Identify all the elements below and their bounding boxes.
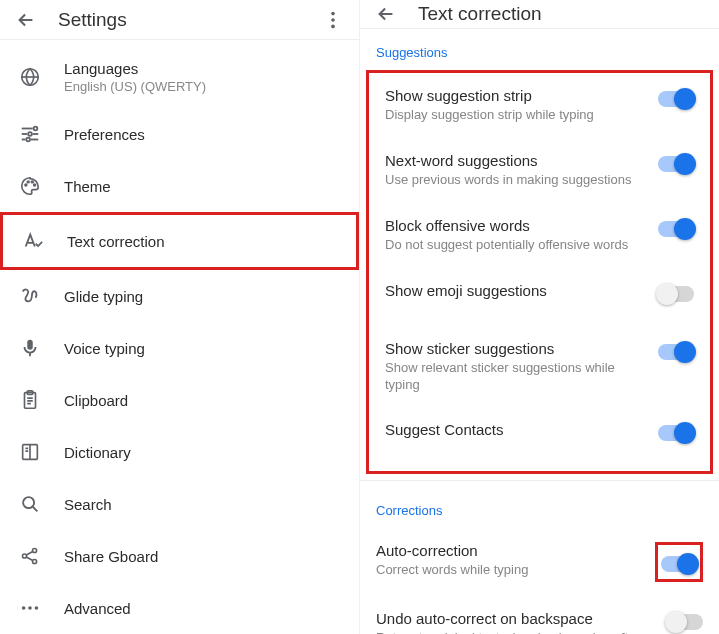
setting-subtitle: Correct words while typing <box>376 562 643 579</box>
toggle-highlight-box <box>655 542 703 582</box>
menu-item-label: Search <box>64 496 112 513</box>
menu-item-clipboard[interactable]: Clipboard <box>0 374 359 426</box>
search-icon <box>18 492 42 516</box>
toggle-switch[interactable] <box>661 556 697 572</box>
menu-item-label: Preferences <box>64 126 145 143</box>
menu-item-label: Share Gboard <box>64 548 158 565</box>
menu-item-label: Text correction <box>67 233 165 250</box>
setting-subtitle: Return to original text when backspacing… <box>376 630 655 634</box>
section-heading-corrections: Corrections <box>360 487 719 528</box>
setting-row-show-suggestion-strip[interactable]: Show suggestion stripDisplay suggestion … <box>369 73 710 138</box>
share-icon <box>18 544 42 568</box>
svg-point-4 <box>34 127 38 131</box>
svg-point-9 <box>31 181 33 183</box>
suggestions-group: Show suggestion stripDisplay suggestion … <box>369 73 710 471</box>
section-divider <box>360 480 719 481</box>
svg-point-0 <box>331 11 335 15</box>
back-button[interactable] <box>12 6 40 34</box>
toggle-switch[interactable] <box>658 425 694 441</box>
mic-icon <box>18 336 42 360</box>
toggle-switch[interactable] <box>658 156 694 172</box>
svg-point-18 <box>22 607 26 611</box>
setting-title: Undo auto-correct on backspace <box>376 610 655 627</box>
setting-row-auto-correction[interactable]: Auto-correctionCorrect words while typin… <box>360 528 719 596</box>
menu-item-label: Voice typing <box>64 340 145 357</box>
book-icon <box>18 440 42 464</box>
menu-item-label: Advanced <box>64 600 131 617</box>
menu-item-text-correction[interactable]: Text correction <box>0 212 359 270</box>
setting-subtitle: Display suggestion strip while typing <box>385 107 646 124</box>
svg-point-16 <box>33 549 37 553</box>
menu-item-label: Dictionary <box>64 444 131 461</box>
setting-title: Block offensive words <box>385 217 646 234</box>
back-button[interactable] <box>372 0 400 28</box>
svg-point-2 <box>331 24 335 28</box>
menu-item-dictionary[interactable]: Dictionary <box>0 426 359 478</box>
menu-item-glide-typing[interactable]: Glide typing <box>0 270 359 322</box>
svg-point-10 <box>34 185 36 187</box>
toggle-switch[interactable] <box>658 286 694 302</box>
arrow-back-icon <box>15 9 37 31</box>
settings-header: Settings <box>0 0 359 40</box>
text-correction-header: Text correction <box>360 0 719 29</box>
menu-item-voice-typing[interactable]: Voice typing <box>0 322 359 374</box>
svg-point-17 <box>33 560 37 564</box>
toggle-switch[interactable] <box>667 614 703 630</box>
menu-item-label: Clipboard <box>64 392 128 409</box>
svg-point-1 <box>331 18 335 22</box>
setting-row-next-word-suggestions[interactable]: Next-word suggestionsUse previous words … <box>369 138 710 203</box>
section-heading-suggestions: Suggestions <box>360 29 719 70</box>
text-correction-pane: Text correction Suggestions Show suggest… <box>360 0 719 634</box>
setting-title: Show suggestion strip <box>385 87 646 104</box>
svg-point-19 <box>28 607 32 611</box>
svg-point-8 <box>27 181 29 183</box>
setting-title: Auto-correction <box>376 542 643 559</box>
suggestions-highlight-box: Show suggestion stripDisplay suggestion … <box>366 70 713 474</box>
menu-item-subtitle: English (US) (QWERTY) <box>64 79 206 94</box>
toggle-switch[interactable] <box>658 344 694 360</box>
menu-item-search[interactable]: Search <box>0 478 359 530</box>
setting-row-show-sticker-suggestions[interactable]: Show sticker suggestionsShow relevant st… <box>369 326 710 408</box>
svg-point-6 <box>26 138 30 142</box>
setting-row-show-emoji-suggestions[interactable]: Show emoji suggestions <box>369 268 710 326</box>
menu-item-languages[interactable]: LanguagesEnglish (US) (QWERTY) <box>0 46 359 108</box>
svg-point-7 <box>25 185 27 187</box>
setting-title: Suggest Contacts <box>385 421 646 438</box>
setting-subtitle: Show relevant sticker suggestions while … <box>385 360 646 394</box>
toggle-switch[interactable] <box>658 221 694 237</box>
more-vert-icon <box>322 9 344 31</box>
overflow-menu-button[interactable] <box>319 6 347 34</box>
settings-scroll: Suggestions Show suggestion stripDisplay… <box>360 29 719 634</box>
text-correction-title: Text correction <box>418 3 542 25</box>
text-correct-icon <box>21 229 45 253</box>
dots-icon <box>18 596 42 620</box>
settings-title: Settings <box>58 9 127 31</box>
menu-item-advanced[interactable]: Advanced <box>0 582 359 634</box>
menu-item-label: Glide typing <box>64 288 143 305</box>
setting-subtitle: Do not suggest potentially offensive wor… <box>385 237 646 254</box>
menu-item-preferences[interactable]: Preferences <box>0 108 359 160</box>
menu-item-share-gboard[interactable]: Share Gboard <box>0 530 359 582</box>
toggle-switch[interactable] <box>658 91 694 107</box>
corrections-group: Auto-correctionCorrect words while typin… <box>360 528 719 634</box>
setting-subtitle: Use previous words in making suggestions <box>385 172 646 189</box>
svg-point-15 <box>22 554 26 558</box>
setting-title: Next-word suggestions <box>385 152 646 169</box>
palette-icon <box>18 174 42 198</box>
setting-row-undo-auto-correct-on-backspace[interactable]: Undo auto-correct on backspaceReturn to … <box>360 596 719 634</box>
settings-pane: Settings LanguagesEnglish (US) (QWERTY)P… <box>0 0 360 634</box>
setting-row-block-offensive-words[interactable]: Block offensive wordsDo not suggest pote… <box>369 203 710 268</box>
tune-icon <box>18 122 42 146</box>
menu-item-theme[interactable]: Theme <box>0 160 359 212</box>
clipboard-icon <box>18 388 42 412</box>
svg-point-14 <box>23 498 34 509</box>
setting-title: Show emoji suggestions <box>385 282 646 299</box>
svg-point-20 <box>35 607 39 611</box>
gesture-icon <box>18 284 42 308</box>
setting-row-suggest-contacts[interactable]: Suggest Contacts <box>369 407 710 465</box>
arrow-back-icon <box>375 3 397 25</box>
settings-menu-list: LanguagesEnglish (US) (QWERTY)Preference… <box>0 40 359 634</box>
menu-item-label: Languages <box>64 60 206 77</box>
globe-icon <box>18 65 42 89</box>
menu-item-label: Theme <box>64 178 111 195</box>
